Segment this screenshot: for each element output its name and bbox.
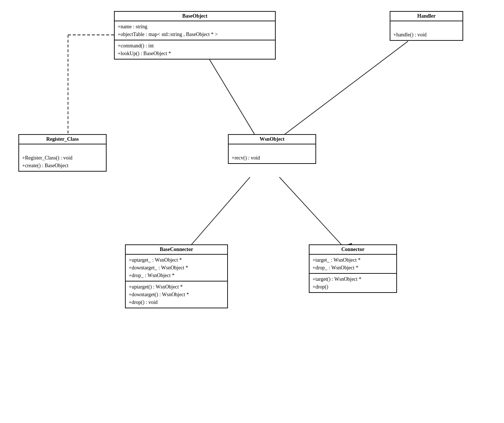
register-methods: +Register_Class() : void +create() : Bas… xyxy=(19,153,106,171)
wsn-method-1: +recv() : void xyxy=(232,154,312,162)
class-base-connector: BaseConnector +uptarget_ : WsnObject * +… xyxy=(125,244,228,308)
register-empty-attrs xyxy=(19,144,106,153)
conn-attr-1: +target_ : WsnObject * xyxy=(312,256,393,264)
method-line-2: +lookUp() : BaseObject * xyxy=(118,50,272,57)
class-connector-name: Connector xyxy=(310,245,396,255)
base-connector-methods: +uptarget() : WsnObject * +downtarget() … xyxy=(126,282,227,308)
wsn-empty-attrs xyxy=(229,144,315,153)
handler-title: Handler xyxy=(417,13,436,19)
base-connector-attributes: +uptarget_ : WsnObject * +downtarget_ : … xyxy=(126,255,227,282)
bc-attr-2: +downtarget_ : WsnObject * xyxy=(129,264,224,272)
bc-attr-3: +drop_ : WsnObject * xyxy=(129,272,224,279)
class-handler: Handler +handle() : void xyxy=(390,11,463,41)
conn-attr-2: +drop_ : WsnObject * xyxy=(312,264,393,272)
class-register: Register_Class +Register_Class() : void … xyxy=(18,134,107,172)
class-base-object: BaseObject +name : string +objectTable :… xyxy=(114,11,276,60)
wsn-title: WsnObject xyxy=(260,136,285,142)
arrows-layer xyxy=(0,0,504,423)
handler-empty-attrs xyxy=(390,21,462,29)
class-connector: Connector +target_ : WsnObject * +drop_ … xyxy=(309,244,397,293)
base-object-methods: +command() : int +lookUp() : BaseObject … xyxy=(115,40,275,59)
handler-method-1: +handle() : void xyxy=(393,31,460,39)
base-object-attributes: +name : string +objectTable : map< std::… xyxy=(115,21,275,40)
method-line-1: +command() : int xyxy=(118,42,272,50)
register-method-1: +Register_Class() : void xyxy=(22,154,103,162)
base-connector-title: BaseConnector xyxy=(160,247,193,252)
class-wsn-object: WsnObject +recv() : void xyxy=(228,134,316,164)
register-title: Register_Class xyxy=(46,136,79,142)
bc-attr-1: +uptarget_ : WsnObject * xyxy=(129,256,224,264)
wsn-methods: +recv() : void xyxy=(229,153,315,163)
base-object-title: BaseObject xyxy=(182,13,207,19)
diagram-container: BaseObject +name : string +objectTable :… xyxy=(0,0,504,423)
bc-method-2: +downtarget() : WsnObject * xyxy=(129,291,224,298)
conn-method-1: +target() : WsnObject * xyxy=(312,275,393,283)
bc-method-1: +uptarget() : WsnObject * xyxy=(129,283,224,291)
class-base-object-name: BaseObject xyxy=(115,12,275,21)
svg-line-3 xyxy=(279,177,346,249)
connector-title: Connector xyxy=(342,247,365,252)
class-handler-name: Handler xyxy=(390,12,462,21)
bc-method-3: +drop() : void xyxy=(129,298,224,306)
connector-methods: +target() : WsnObject * +drop() xyxy=(310,274,396,292)
class-register-name: Register_Class xyxy=(19,135,106,144)
conn-method-2: +drop() xyxy=(312,283,393,291)
handler-methods: +handle() : void xyxy=(390,29,462,40)
attr-line-1: +name : string xyxy=(118,23,272,31)
svg-line-0 xyxy=(210,60,257,139)
class-wsn-name: WsnObject xyxy=(229,135,315,144)
connector-attributes: +target_ : WsnObject * +drop_ : WsnObjec… xyxy=(310,255,396,274)
attr-line-2: +objectTable : map< std::string , BaseOb… xyxy=(118,31,272,38)
class-base-connector-name: BaseConnector xyxy=(126,245,227,255)
svg-line-1 xyxy=(279,41,408,139)
register-method-2: +create() : BaseObject xyxy=(22,162,103,169)
svg-line-2 xyxy=(187,177,250,249)
